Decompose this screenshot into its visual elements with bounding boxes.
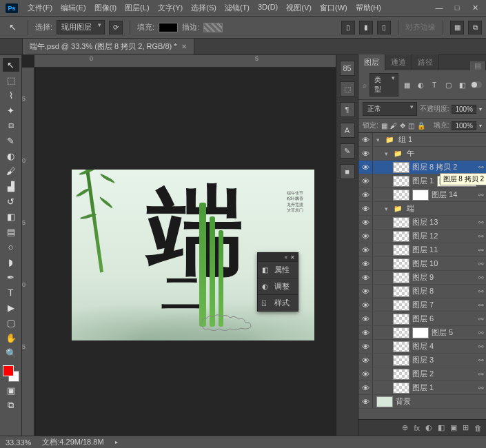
filter-adjust-icon[interactable]: ◐ (415, 80, 426, 90)
eraser-tool[interactable]: ◧ (3, 210, 19, 223)
history-brush-tool[interactable]: ↺ (3, 194, 19, 208)
layer-row[interactable]: 👁▾📁端 (358, 202, 486, 216)
layer-row[interactable]: 👁图层 10⚯ (358, 257, 486, 271)
layer-row[interactable]: 👁图层 13⚯ (358, 216, 486, 230)
layer-action-button[interactable]: 🗑 (474, 424, 482, 432)
filter-toggle[interactable] (471, 81, 482, 88)
layer-row[interactable]: 👁图层 12⚯ (358, 230, 486, 243)
crop-tool[interactable]: ⧈ (3, 119, 19, 132)
menu-item[interactable]: 窗口(W) (316, 1, 352, 15)
menu-item[interactable]: 帮助(H) (352, 1, 385, 15)
lock-trans-icon[interactable]: ▦ (381, 122, 387, 130)
link-icon[interactable]: ⚯ (476, 192, 486, 198)
dock-icon[interactable]: ⧉ (468, 21, 482, 34)
maximize-button[interactable]: □ (452, 3, 463, 12)
collapsed-panel-button[interactable]: ⬚ (340, 81, 355, 96)
menu-item[interactable]: 选择(S) (187, 1, 221, 15)
color-picker[interactable] (3, 365, 19, 382)
filter-type-icon[interactable]: T (429, 80, 440, 90)
panel-menu-icon[interactable]: ▤ (470, 61, 486, 70)
type-tool[interactable]: T (3, 285, 19, 299)
blend-mode-dropdown[interactable]: 正常 (363, 102, 417, 116)
visibility-toggle[interactable]: 👁 (358, 329, 372, 337)
twisty-icon[interactable]: ▾ (376, 136, 383, 143)
layer-row[interactable]: 👁图层 5⚯ (358, 326, 486, 340)
layer-row[interactable]: 👁背景 (358, 395, 486, 409)
link-icon[interactable]: ⚯ (476, 261, 486, 267)
panel-close-icon[interactable]: ✕ (290, 254, 295, 261)
filter-pixel-icon[interactable]: ▦ (401, 80, 412, 90)
collapsed-panel-button[interactable]: 85 (340, 61, 355, 76)
lock-nest-icon[interactable]: ◫ (408, 122, 414, 130)
visibility-toggle[interactable]: 👁 (358, 246, 372, 254)
twisty-icon[interactable]: ▾ (385, 150, 392, 157)
layer-row[interactable]: 👁图层 4⚯ (358, 340, 486, 354)
menu-item[interactable]: 编辑(E) (57, 1, 90, 15)
visibility-toggle[interactable]: 👁 (358, 274, 372, 282)
twisty-icon[interactable]: ▾ (385, 205, 392, 212)
visibility-toggle[interactable]: 👁 (358, 287, 372, 296)
link-icon[interactable]: ⚯ (476, 219, 486, 226)
panel-collapse-icon[interactable]: « (285, 254, 287, 261)
fill-opacity-value[interactable]: 100% (452, 121, 476, 130)
properties-panel[interactable]: «✕ ◧属性 ◐调整 ⍂样式 (257, 252, 298, 312)
blur-tool[interactable]: ○ (3, 240, 19, 254)
align-1-icon[interactable]: ▯ (341, 21, 355, 34)
close-tab-icon[interactable]: ✕ (181, 43, 187, 50)
hand-tool[interactable]: ✋ (3, 331, 19, 345)
pen-tool[interactable]: ✒ (3, 270, 19, 284)
collapsed-panel-button[interactable]: ✎ (340, 143, 355, 159)
visibility-toggle[interactable]: 👁 (358, 218, 372, 227)
lock-pos-icon[interactable]: ✥ (400, 122, 405, 130)
visibility-toggle[interactable]: 👁 (358, 398, 372, 406)
lasso-tool[interactable]: ⌇ (3, 88, 19, 102)
layer-row[interactable]: 👁图层 11⚯ (358, 243, 486, 257)
link-icon[interactable]: ⚯ (476, 288, 486, 295)
stamp-tool[interactable]: ▟ (3, 179, 19, 193)
layer-row[interactable]: 👁▾📁组 1 (358, 133, 486, 147)
link-icon[interactable]: ⚯ (476, 274, 486, 281)
collapsed-panel-button[interactable]: ¶ (340, 102, 355, 117)
link-icon[interactable]: ⚯ (476, 329, 486, 336)
visibility-toggle[interactable]: 👁 (358, 370, 372, 378)
gradient-tool[interactable]: ▤ (3, 225, 19, 238)
lock-all-icon[interactable]: 🔒 (417, 122, 425, 130)
visibility-toggle[interactable]: 👁 (358, 177, 372, 185)
adjustments-tab[interactable]: 调整 (274, 281, 290, 292)
link-icon[interactable]: ⚯ (476, 247, 486, 254)
layer-row[interactable]: 👁图层 9⚯ (358, 271, 486, 285)
zoom-tool[interactable]: 🔍 (3, 346, 19, 360)
dodge-tool[interactable]: ◗ (3, 255, 19, 269)
visibility-toggle[interactable]: 👁 (358, 260, 372, 268)
brush-tool[interactable]: 🖌 (3, 164, 19, 178)
collapsed-panel-button[interactable]: ■ (340, 164, 355, 179)
menu-item[interactable]: 文字(Y) (154, 1, 188, 15)
link-icon[interactable]: ⚯ (476, 343, 486, 350)
select-dropdown[interactable]: 现用图层 (57, 20, 105, 34)
lock-paint-icon[interactable]: 🖌 (390, 122, 397, 130)
layer-action-button[interactable]: ◧ (438, 423, 445, 432)
opt-icon-1[interactable]: ⟳ (109, 21, 123, 34)
canvas[interactable]: 端 二 端午佳节粽叶飘香龙舟竞渡艾草悬门 «✕ (34, 68, 336, 436)
layer-row[interactable]: 👁图层 6⚯ (358, 312, 486, 326)
doc-info[interactable]: 文档:4.29M/18.8M (42, 437, 103, 447)
layer-row[interactable]: 👁图层 14⚯ (358, 188, 486, 202)
link-icon[interactable]: ⚯ (476, 371, 486, 378)
move-tool[interactable]: ↖ (3, 58, 19, 72)
eyedropper-tool[interactable]: ✎ (3, 134, 19, 147)
grid-icon[interactable]: ▦ (450, 21, 464, 34)
foreground-color[interactable] (3, 365, 14, 376)
fill-swatch[interactable] (159, 23, 178, 32)
filter-shape-icon[interactable]: ▢ (443, 80, 454, 90)
shape-tool[interactable]: ▢ (3, 316, 19, 329)
layer-action-button[interactable]: ◐ (425, 423, 432, 432)
properties-tab[interactable]: 属性 (274, 265, 290, 275)
visibility-toggle[interactable]: 👁 (358, 150, 372, 158)
document-tab[interactable]: 端午.psd @ 33.3% (图层 8 拷贝 2, RGB/8) * ✕ (22, 38, 194, 54)
menu-item[interactable]: 视图(V) (282, 1, 316, 15)
layer-action-button[interactable]: ⊕ (402, 423, 408, 432)
visibility-toggle[interactable]: 👁 (358, 205, 372, 213)
heal-tool[interactable]: ◐ (3, 149, 19, 163)
screenmode-tool[interactable]: ⧉ (3, 398, 19, 412)
filter-smart-icon[interactable]: ◧ (456, 80, 467, 90)
